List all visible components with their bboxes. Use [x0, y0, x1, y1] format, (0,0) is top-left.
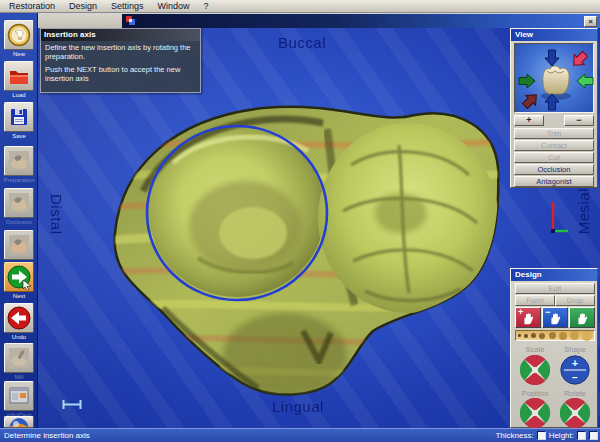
toolbar-item-infinident: infiniDent [3, 381, 35, 419]
menu-settings[interactable]: Settings [106, 1, 153, 11]
mill-icon [7, 346, 31, 370]
view-tooth-icon [543, 66, 569, 94]
shape-label: Shape [555, 345, 595, 354]
remove-material-hand-button[interactable]: − [542, 307, 568, 328]
zoom-in-button[interactable]: + [514, 115, 544, 126]
hand-plus-mark: + [518, 308, 523, 317]
height-field-2[interactable] [589, 431, 598, 440]
antagonist-button [4, 230, 34, 260]
scale-label: Scale [515, 345, 555, 354]
info-panel-title: Insertion axis [41, 29, 200, 41]
toolbar-item-undo[interactable]: Undo [3, 303, 35, 341]
toolbar-item-next[interactable]: Next [3, 262, 35, 300]
view-rotate-diagonal2-arrow-icon[interactable] [520, 90, 541, 111]
next-arrow-icon [6, 264, 32, 290]
trim-button: Trim [514, 128, 594, 139]
edit-button: Edit [515, 283, 595, 294]
size-dot[interactable] [518, 334, 521, 337]
next-button[interactable] [4, 262, 34, 292]
floppy-disk-icon [7, 105, 31, 129]
design-panel-title: Design [511, 269, 597, 281]
thickness-label: Thickness: [495, 431, 533, 440]
titlebar-gap [38, 13, 122, 28]
close-icon[interactable]: × [584, 16, 597, 27]
menu-help[interactable]: ? [199, 1, 218, 11]
smooth-hand-button[interactable] [569, 307, 595, 328]
orientation-label-distal: Distal [48, 194, 65, 235]
occlusion-button [4, 188, 34, 218]
toolbar-item-mill: Mill [3, 343, 35, 381]
tool-size-selector[interactable] [515, 330, 595, 341]
zoom-out-button[interactable]: − [564, 115, 594, 126]
toolbar-label: Next [3, 293, 35, 300]
view-rotation-pad[interactable] [514, 43, 594, 113]
orientation-label-lingual: Lingual [272, 398, 324, 415]
menu-window[interactable]: Window [153, 1, 199, 11]
model-viewport[interactable]: Buccal Distal Mesial Lingual Insertion a… [38, 28, 600, 428]
size-dot[interactable] [524, 334, 528, 338]
contact-button: Contact [514, 140, 594, 151]
size-dot[interactable] [570, 331, 579, 340]
undo-button[interactable] [4, 303, 34, 333]
menu-design[interactable]: Design [64, 1, 106, 11]
menu-bar: Restoration Design Settings Window ? [0, 0, 600, 13]
size-dot[interactable] [531, 333, 536, 338]
tooth-scan-model[interactable] [103, 93, 513, 403]
left-toolbar: New Load [0, 13, 38, 428]
globe-icon [8, 416, 30, 428]
design-panel: Design Edit Form Drop + [510, 268, 598, 428]
toolbar-item-preparation: Preparation [3, 146, 35, 184]
shape-control[interactable]: + − [560, 355, 590, 385]
save-button[interactable] [4, 102, 34, 132]
globe-button[interactable] [4, 416, 34, 428]
antagonist-view-button[interactable]: Antagonist [514, 176, 594, 187]
rotate-label: Rotate [555, 389, 595, 398]
info-paragraph-1: Define the new insertion axis by rotatin… [45, 44, 196, 61]
mill-button [4, 343, 34, 373]
view-rotate-left-arrow-icon[interactable] [577, 74, 593, 88]
size-dot[interactable] [559, 332, 567, 340]
thickness-field[interactable] [537, 431, 546, 440]
scale-marker-icon [62, 399, 82, 410]
size-dot[interactable] [539, 333, 545, 339]
load-button[interactable] [4, 61, 34, 91]
shape-minus-mark[interactable]: − [572, 372, 578, 383]
orientation-label-buccal: Buccal [278, 34, 326, 51]
preparation-button [4, 146, 34, 176]
position-control[interactable] [520, 398, 550, 428]
position-label: Position [515, 389, 555, 398]
occlusion-view-button[interactable]: Occlusion [514, 164, 594, 175]
smooth-hand-icon [574, 310, 590, 326]
rotate-control[interactable] [560, 398, 590, 428]
form-button: Form [515, 295, 555, 306]
menu-restoration[interactable]: Restoration [4, 1, 64, 11]
orientation-label-mesial: Mesial [575, 188, 592, 234]
toolbar-label: New [3, 51, 35, 58]
view-rotate-right-arrow-icon[interactable] [519, 74, 535, 88]
window-icon [126, 16, 136, 26]
scale-control[interactable] [520, 355, 550, 385]
toolbar-item-occlusion: Occlusion [3, 188, 35, 226]
toolbar-label: Occlusion [3, 219, 35, 226]
size-dot[interactable] [549, 332, 556, 339]
antagonist-tooth-icon [7, 233, 31, 257]
toolbar-item-save[interactable]: Save [3, 102, 35, 140]
view-rotate-down-arrow-icon[interactable] [545, 50, 559, 66]
new-button[interactable] [4, 20, 34, 50]
child-window-titlebar: × [122, 13, 600, 28]
occlusion-tooth-icon [7, 191, 31, 215]
shape-plus-mark[interactable]: + [572, 358, 578, 369]
view-rotate-diagonal-arrow-icon[interactable] [569, 49, 590, 70]
toolbar-label: Load [3, 92, 35, 99]
undo-arrow-icon [6, 305, 32, 331]
add-material-hand-button[interactable]: + [515, 307, 541, 328]
height-field[interactable] [577, 431, 586, 440]
toolbar-item-load[interactable]: Load [3, 61, 35, 99]
cut-button: Cut [514, 152, 594, 163]
drop-button: Drop [555, 295, 595, 306]
toolbar-label: Preparation [3, 177, 35, 184]
toolbar-item-new[interactable]: New [3, 20, 35, 58]
view-panel-title: View [511, 29, 597, 41]
size-dot[interactable] [582, 331, 592, 341]
view-panel: View [510, 28, 598, 188]
